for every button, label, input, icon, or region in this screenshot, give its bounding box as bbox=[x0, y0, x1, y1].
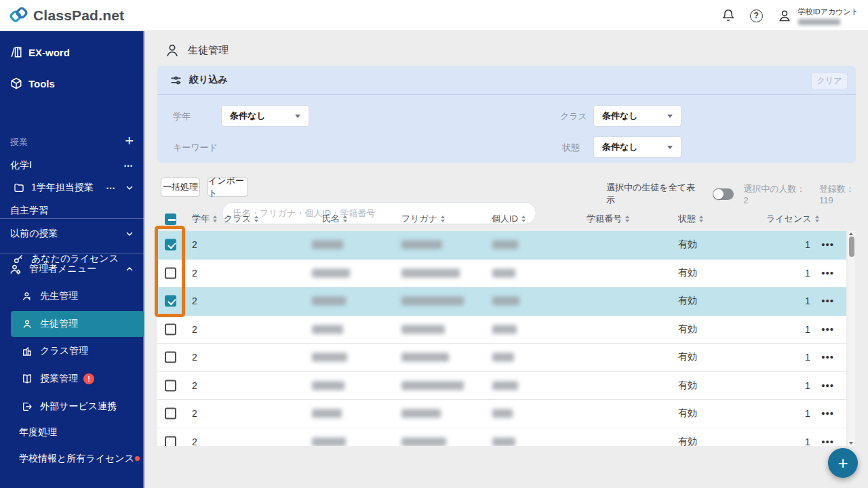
status-cell: 有効 bbox=[678, 295, 697, 307]
status-filter-dropdown[interactable]: 条件なし bbox=[594, 137, 681, 157]
column-header-student-no[interactable]: 学籍番号 bbox=[587, 213, 629, 225]
dictionary-icon bbox=[10, 46, 22, 58]
add-student-fab[interactable]: + bbox=[828, 448, 858, 478]
redacted-kana bbox=[401, 297, 464, 306]
redacted-kana bbox=[401, 325, 445, 333]
table-scrollbar[interactable] bbox=[848, 231, 855, 446]
license-cell: 1 bbox=[805, 324, 810, 335]
selected-count: 選択中の人数：2 bbox=[743, 183, 810, 205]
redacted-id bbox=[492, 409, 513, 418]
grade-filter-label: 学年 bbox=[173, 110, 191, 123]
license-cell: 1 bbox=[805, 239, 810, 250]
row-menu-button[interactable]: ••• bbox=[821, 382, 834, 389]
table-row[interactable]: 2 有効 1 ••• bbox=[157, 344, 846, 372]
sidebar-item-tools[interactable]: Tools bbox=[0, 72, 144, 95]
row-checkbox[interactable] bbox=[165, 352, 176, 363]
redacted-name bbox=[312, 437, 346, 446]
sidebar-item-student-mgmt[interactable]: 生徒管理 bbox=[11, 311, 144, 337]
row-checkbox[interactable] bbox=[165, 436, 176, 446]
redacted-kana bbox=[401, 409, 441, 418]
column-header-kana[interactable]: フリガナ bbox=[401, 213, 445, 225]
row-menu-button[interactable]: ••• bbox=[821, 354, 834, 361]
import-button[interactable]: インポート bbox=[208, 178, 248, 197]
filter-sliders-icon bbox=[170, 74, 182, 87]
sidebar-item-exword[interactable]: EX-word bbox=[0, 41, 144, 64]
row-checkbox[interactable] bbox=[165, 380, 176, 391]
sidebar-item-year-processing[interactable]: 年度処理 bbox=[0, 421, 144, 444]
row-checkbox[interactable] bbox=[165, 408, 176, 420]
row-menu-button[interactable]: ••• bbox=[821, 298, 834, 304]
column-header-grade[interactable]: 学年 bbox=[192, 213, 217, 225]
user-icon[interactable] bbox=[778, 9, 791, 22]
sidebar-label: 外部サービス連携 bbox=[40, 401, 117, 413]
sidebar-item-grade1-classes[interactable]: 1学年担当授業 … bbox=[0, 176, 144, 199]
table-row[interactable]: 2 有効 1 ••• bbox=[157, 372, 846, 401]
sidebar-item-admin-menu[interactable]: 管理者メニュー bbox=[0, 258, 144, 281]
batch-process-button[interactable]: 一括処理 bbox=[161, 178, 200, 197]
redacted-kana bbox=[401, 381, 464, 390]
account-info[interactable]: 学校IDアカウント bbox=[798, 7, 859, 25]
redacted-name bbox=[312, 241, 343, 249]
sidebar-item-school-info[interactable]: 学校情報と所有ライセンス bbox=[0, 447, 144, 470]
redacted-kana bbox=[401, 241, 442, 249]
table-row[interactable]: 2 有効 1 ••• bbox=[157, 316, 846, 344]
add-class-button[interactable]: + bbox=[125, 132, 134, 150]
scrollbar-thumb[interactable] bbox=[849, 237, 854, 257]
row-menu-button[interactable]: ••• bbox=[821, 241, 834, 248]
grade-filter-dropdown[interactable]: 条件なし bbox=[222, 106, 309, 126]
redacted-name bbox=[312, 381, 344, 390]
table-row[interactable]: 2 有効 1 ••• bbox=[157, 260, 846, 288]
sidebar-label: クラス管理 bbox=[40, 345, 88, 357]
sort-icon bbox=[699, 216, 703, 222]
column-header-personal-id[interactable]: 個人ID bbox=[492, 213, 526, 225]
show-selected-label: 選択中の生徒を全て表示 bbox=[606, 182, 703, 206]
select-all-checkbox[interactable] bbox=[165, 214, 176, 225]
sort-icon bbox=[521, 216, 526, 222]
clear-filter-button[interactable]: クリア bbox=[811, 73, 848, 89]
brand-name: ClassPad.net bbox=[33, 7, 124, 24]
brand[interactable]: ClassPad.net bbox=[9, 6, 124, 24]
column-header-status[interactable]: 状態 bbox=[678, 213, 703, 225]
sidebar-label: 学校情報と所有ライセンス bbox=[19, 453, 134, 465]
table-row[interactable]: 2 有効 1 ••• bbox=[157, 428, 846, 447]
row-menu-button[interactable]: ••• bbox=[821, 410, 834, 417]
class-filter-dropdown[interactable]: 条件なし bbox=[594, 106, 681, 126]
row-menu-button[interactable]: ••• bbox=[821, 439, 834, 445]
row-checkbox[interactable] bbox=[165, 323, 176, 335]
table-row[interactable]: 2 有効 1 ••• bbox=[157, 287, 846, 316]
sidebar-item-chemistry[interactable]: 化学Ⅰ … bbox=[0, 154, 144, 177]
more-menu-icon[interactable]: … bbox=[123, 158, 134, 169]
chevron-down-icon bbox=[125, 230, 134, 238]
student-icon bbox=[21, 319, 33, 329]
column-header-class[interactable]: クラス bbox=[224, 213, 258, 225]
row-checkbox[interactable] bbox=[165, 267, 176, 279]
row-checkbox[interactable] bbox=[165, 296, 176, 307]
sidebar-item-previous-classes[interactable]: 以前の授業 bbox=[0, 222, 144, 245]
redacted-kana bbox=[401, 437, 446, 446]
table-body: 2 有効 1 ••• 2 有効 1 ••• 2 有効 1 ••• 2 有効 1 … bbox=[157, 231, 846, 446]
scroll-down-arrow[interactable] bbox=[849, 442, 853, 445]
sidebar-item-class-mgmt[interactable]: クラス管理 bbox=[0, 340, 144, 363]
sidebar-label: 年度処理 bbox=[19, 426, 57, 439]
sidebar-item-teacher-mgmt[interactable]: 先生管理 bbox=[0, 285, 144, 308]
chevron-down-icon[interactable] bbox=[125, 184, 134, 192]
more-menu-icon[interactable]: … bbox=[106, 180, 116, 191]
show-selected-toggle[interactable] bbox=[713, 188, 734, 200]
scroll-up-arrow[interactable] bbox=[849, 232, 853, 235]
redacted-name bbox=[312, 297, 346, 306]
help-icon[interactable]: ? bbox=[750, 9, 763, 22]
sort-icon bbox=[441, 216, 445, 222]
row-menu-button[interactable]: ••• bbox=[821, 326, 834, 333]
column-header-name[interactable]: 氏名 bbox=[322, 213, 347, 225]
classpad-logo-icon bbox=[9, 6, 28, 24]
table-row[interactable]: 2 有効 1 ••• bbox=[157, 231, 846, 260]
column-header-license[interactable]: ライセンス bbox=[766, 213, 819, 225]
row-menu-button[interactable]: ••• bbox=[821, 270, 834, 277]
sidebar-item-external-services[interactable]: 外部サービス連携 bbox=[0, 395, 144, 418]
notification-bell-icon[interactable] bbox=[722, 9, 735, 22]
row-checkbox[interactable] bbox=[165, 239, 176, 251]
caret-down-icon bbox=[295, 115, 300, 118]
sidebar-item-course-mgmt[interactable]: 授業管理 ! bbox=[0, 367, 144, 390]
table-row[interactable]: 2 有効 1 ••• bbox=[157, 400, 846, 428]
page-title-text: 生徒管理 bbox=[188, 44, 229, 57]
